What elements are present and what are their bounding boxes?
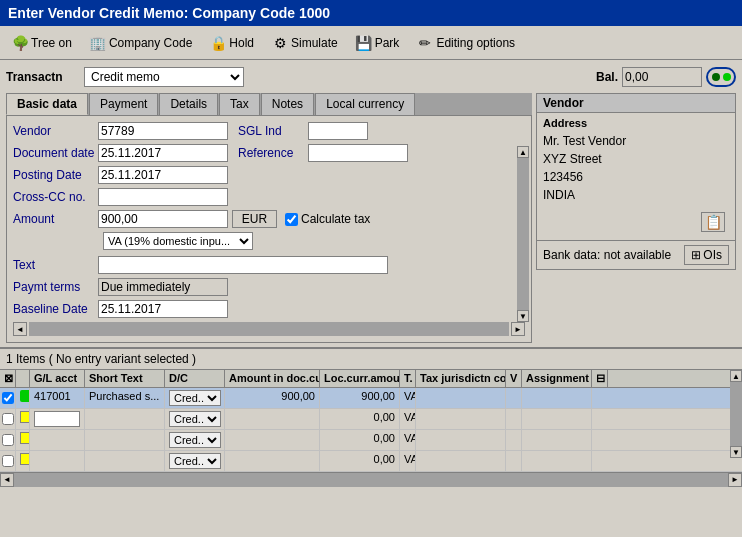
row4-loc-amount[interactable]: 0,00 <box>320 451 400 471</box>
park-button[interactable]: 💾 Park <box>350 32 406 54</box>
row4-amount[interactable] <box>225 451 320 471</box>
vendor-input[interactable] <box>98 122 228 140</box>
scroll-down-arrow[interactable]: ▼ <box>517 310 529 322</box>
items-vscroll[interactable]: ▲ ▼ <box>730 370 742 458</box>
row3-amount[interactable] <box>225 430 320 450</box>
row4-dc[interactable]: Cred... <box>165 451 225 471</box>
row2-checkbox[interactable] <box>2 413 14 425</box>
row3-gl[interactable] <box>30 430 85 450</box>
row3-t[interactable]: VA <box>400 430 416 450</box>
row1-status <box>16 388 30 408</box>
hscroll-right-arrow[interactable]: ► <box>511 322 525 336</box>
row3-loc-amount[interactable]: 0,00 <box>320 430 400 450</box>
row3-dc[interactable]: Cred... <box>165 430 225 450</box>
tax-code-row: VA (19% domestic inpu... <box>103 232 525 250</box>
row1-short-text[interactable]: Purchased s... <box>85 388 165 408</box>
row1-check[interactable] <box>0 388 16 408</box>
row2-dc-select[interactable]: Cred... <box>169 411 221 427</box>
scroll-up-arrow[interactable]: ▲ <box>517 146 529 158</box>
text-input[interactable] <box>98 256 388 274</box>
tax-code-select[interactable]: VA (19% domestic inpu... <box>103 232 253 250</box>
paymt-terms-input[interactable] <box>98 278 228 296</box>
table-hscroll-right[interactable]: ► <box>728 473 742 487</box>
row1-assignment[interactable] <box>522 388 592 408</box>
transactn-select[interactable]: Credit memo <box>84 67 244 87</box>
tab-payment[interactable]: Payment <box>89 93 158 115</box>
table-hscroll-left[interactable]: ◄ <box>0 473 14 487</box>
th-check: ⊠ <box>0 370 16 387</box>
row1-t[interactable]: VA <box>400 388 416 408</box>
row4-assignment[interactable] <box>522 451 592 471</box>
items-scroll-up[interactable]: ▲ <box>730 370 742 382</box>
amount-input[interactable] <box>98 210 228 228</box>
row3-checkbox[interactable] <box>2 434 14 446</box>
row1-tax-code[interactable] <box>416 388 506 408</box>
row2-check[interactable] <box>0 409 16 429</box>
row3-dc-select[interactable]: Cred... <box>169 432 221 448</box>
simulate-button[interactable]: ⚙ Simulate <box>266 32 344 54</box>
ois-button[interactable]: ⊞ OIs <box>684 245 729 265</box>
row2-assignment[interactable] <box>522 409 592 429</box>
horizontal-scrollbar[interactable]: ◄ ► <box>13 322 525 336</box>
sgl-ind-label: SGL Ind <box>238 124 308 138</box>
row4-short-text[interactable] <box>85 451 165 471</box>
row2-gl-input[interactable] <box>34 411 80 427</box>
light-red <box>712 73 720 81</box>
row1-loc-amount[interactable]: 900,00 <box>320 388 400 408</box>
th-settings-icon[interactable]: ⊟ <box>592 370 608 387</box>
items-scroll-down[interactable]: ▼ <box>730 446 742 458</box>
row4-checkbox[interactable] <box>2 455 14 467</box>
posting-date-row: Posting Date <box>13 166 525 184</box>
row1-amount[interactable]: 900,00 <box>225 388 320 408</box>
row4-tax-code[interactable] <box>416 451 506 471</box>
tab-notes[interactable]: Notes <box>261 93 314 115</box>
row1-gl[interactable]: 417001 <box>30 388 85 408</box>
baseline-date-input[interactable] <box>98 300 228 318</box>
hold-button[interactable]: 🔒 Hold <box>204 32 260 54</box>
reference-input[interactable] <box>308 144 408 162</box>
hscroll-left-arrow[interactable]: ◄ <box>13 322 27 336</box>
row4-t[interactable]: VA <box>400 451 416 471</box>
doc-date-input[interactable] <box>98 144 228 162</box>
row3-tax-code[interactable] <box>416 430 506 450</box>
row2-v[interactable] <box>506 409 522 429</box>
row2-tax-code[interactable] <box>416 409 506 429</box>
sgl-ind-input[interactable] <box>308 122 368 140</box>
row1-dc[interactable]: Cred... <box>165 388 225 408</box>
form-area: Transactn Credit memo Bal. Basic data <box>0 60 742 347</box>
company-code-button[interactable]: 🏢 Company Code <box>84 32 198 54</box>
row4-dc-select[interactable]: Cred... <box>169 453 221 469</box>
row3-assignment[interactable] <box>522 430 592 450</box>
row1-v[interactable] <box>506 388 522 408</box>
posting-date-input[interactable] <box>98 166 228 184</box>
vertical-scrollbar[interactable]: ▲ ▼ <box>517 146 529 322</box>
row2-gl[interactable] <box>30 409 85 429</box>
row3-check[interactable] <box>0 430 16 450</box>
tab-local-currency[interactable]: Local currency <box>315 93 415 115</box>
calc-tax-row: Calculate tax <box>285 212 370 226</box>
bal-input[interactable] <box>622 67 702 87</box>
row2-amount[interactable] <box>225 409 320 429</box>
row2-short-text[interactable] <box>85 409 165 429</box>
row2-loc-amount[interactable]: 0,00 <box>320 409 400 429</box>
vendor-country: INDIA <box>543 186 729 204</box>
row4-check[interactable] <box>0 451 16 471</box>
cross-cc-input[interactable] <box>98 188 228 206</box>
row4-v[interactable] <box>506 451 522 471</box>
tab-basic-data[interactable]: Basic data <box>6 93 88 115</box>
row2-t[interactable]: VA <box>400 409 416 429</box>
tab-tax[interactable]: Tax <box>219 93 260 115</box>
table-row: 417001 Purchased s... Cred... 900,00 900… <box>0 388 742 409</box>
row1-checkbox[interactable] <box>2 392 14 404</box>
row3-v[interactable] <box>506 430 522 450</box>
row2-dc[interactable]: Cred... <box>165 409 225 429</box>
editing-options-button[interactable]: ✏ Editing options <box>411 32 521 54</box>
tree-on-button[interactable]: 🌳 Tree on <box>6 32 78 54</box>
address-book-icon[interactable]: 📋 <box>701 212 725 232</box>
calc-tax-checkbox[interactable] <box>285 213 298 226</box>
tab-details[interactable]: Details <box>159 93 218 115</box>
baseline-date-row: Baseline Date <box>13 300 525 318</box>
row4-gl[interactable] <box>30 451 85 471</box>
row3-short-text[interactable] <box>85 430 165 450</box>
row1-dc-select[interactable]: Cred... <box>169 390 221 406</box>
